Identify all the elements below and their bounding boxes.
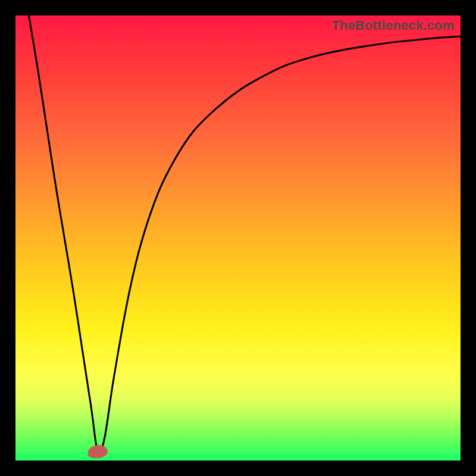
chart-frame: TheBottleneck.com [0, 0, 476, 476]
bottleneck-curve [15, 15, 461, 461]
plot-area: TheBottleneck.com [15, 15, 461, 461]
